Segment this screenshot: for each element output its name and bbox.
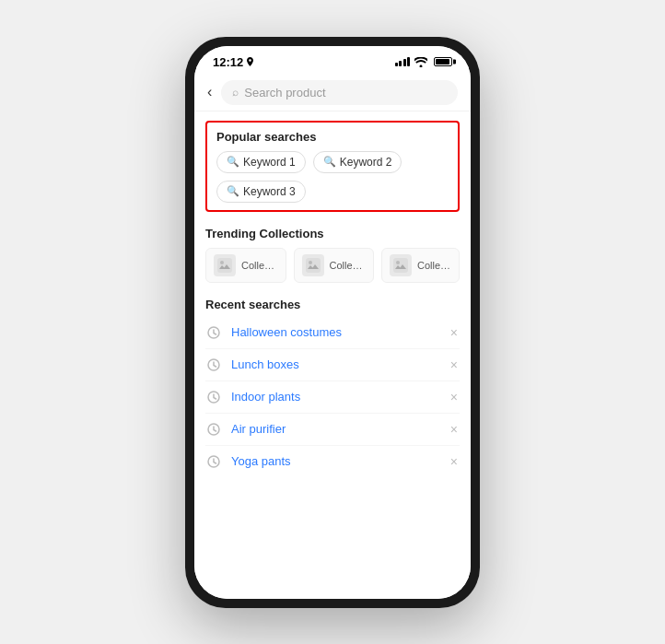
status-bar: 12:12 bbox=[194, 46, 471, 75]
collection-img-3 bbox=[390, 254, 412, 276]
trending-section: Trending Collections Collecti... bbox=[194, 219, 471, 290]
collection-img-1 bbox=[214, 254, 236, 276]
keyword-chip-3[interactable]: 🔍 Keyword 3 bbox=[216, 181, 306, 203]
chip-search-icon-3: 🔍 bbox=[227, 185, 239, 197]
keyword-chip-1[interactable]: 🔍 Keyword 1 bbox=[216, 151, 306, 173]
popular-searches-title: Popular searches bbox=[216, 130, 449, 144]
collection-item-3[interactable]: Collec... bbox=[381, 248, 460, 283]
collections-row: Collecti... Collecti... bbox=[205, 248, 460, 283]
collection-item-2[interactable]: Collecti... bbox=[294, 248, 375, 283]
collection-item-1[interactable]: Collecti... bbox=[205, 248, 286, 283]
history-icon-1 bbox=[205, 324, 222, 341]
chip-search-icon: 🔍 bbox=[227, 156, 239, 168]
recent-text-1: Halloween costumes bbox=[231, 325, 449, 339]
close-button-3[interactable]: × bbox=[449, 390, 460, 404]
keyword-chip-2[interactable]: 🔍 Keyword 2 bbox=[313, 151, 402, 173]
status-time: 12:12 bbox=[213, 55, 254, 69]
keyword-label-1: Keyword 1 bbox=[243, 156, 296, 169]
location-icon bbox=[246, 57, 254, 66]
close-button-4[interactable]: × bbox=[449, 422, 460, 437]
search-bar: ‹ ⌕ Search product bbox=[194, 75, 471, 111]
collection-name-3: Collec... bbox=[417, 260, 451, 271]
recent-item-1[interactable]: Halloween costumes × bbox=[205, 317, 460, 349]
status-icons bbox=[395, 57, 453, 67]
recent-text-4: Air purifier bbox=[231, 422, 449, 436]
collection-name-2: Collecti... bbox=[330, 260, 367, 271]
svg-rect-0 bbox=[217, 258, 232, 273]
recent-item-3[interactable]: Indoor plants × bbox=[205, 381, 460, 414]
svg-point-1 bbox=[220, 261, 224, 264]
signal-icon bbox=[395, 57, 411, 66]
collection-img-2 bbox=[302, 254, 324, 276]
phone-screen: 12:12 ‹ ⌕ Search p bbox=[194, 46, 471, 599]
svg-rect-4 bbox=[393, 258, 408, 273]
close-button-5[interactable]: × bbox=[449, 454, 460, 469]
phone-frame: 12:12 ‹ ⌕ Search p bbox=[185, 37, 480, 608]
wifi-icon bbox=[414, 57, 427, 67]
chip-search-icon-2: 🔍 bbox=[323, 156, 336, 168]
history-icon-4 bbox=[205, 421, 222, 438]
history-icon-5 bbox=[205, 453, 222, 470]
keyword-label-2: Keyword 2 bbox=[340, 156, 392, 169]
recent-item-2[interactable]: Lunch boxes × bbox=[205, 349, 460, 381]
recent-item-5[interactable]: Yoga pants × bbox=[205, 446, 460, 477]
trending-title: Trending Collections bbox=[205, 227, 460, 240]
search-input[interactable]: Search product bbox=[244, 86, 325, 100]
history-icon-2 bbox=[205, 357, 222, 373]
close-button-1[interactable]: × bbox=[449, 325, 460, 340]
search-icon: ⌕ bbox=[232, 86, 239, 99]
recent-item-4[interactable]: Air purifier × bbox=[205, 414, 460, 446]
popular-searches-section: Popular searches 🔍 Keyword 1 🔍 Keyword 2… bbox=[205, 121, 460, 212]
svg-point-5 bbox=[396, 261, 400, 264]
search-input-wrapper[interactable]: ⌕ Search product bbox=[221, 80, 458, 105]
recent-searches-title: Recent searches bbox=[205, 298, 460, 311]
close-button-2[interactable]: × bbox=[449, 357, 460, 372]
recent-text-2: Lunch boxes bbox=[231, 357, 449, 371]
recent-text-5: Yoga pants bbox=[231, 454, 449, 468]
keyword-chips: 🔍 Keyword 1 🔍 Keyword 2 🔍 Keyword 3 bbox=[216, 151, 449, 203]
recent-searches-section: Recent searches Halloween costumes × bbox=[194, 290, 471, 485]
collection-name-1: Collecti... bbox=[241, 260, 278, 271]
back-button[interactable]: ‹ bbox=[207, 84, 212, 100]
history-icon-3 bbox=[205, 389, 222, 405]
svg-point-3 bbox=[309, 261, 312, 264]
svg-rect-2 bbox=[306, 258, 321, 273]
battery-icon bbox=[434, 57, 452, 66]
recent-text-3: Indoor plants bbox=[231, 390, 449, 404]
content-area: Popular searches 🔍 Keyword 1 🔍 Keyword 2… bbox=[194, 111, 471, 599]
time-display: 12:12 bbox=[213, 55, 243, 69]
keyword-label-3: Keyword 3 bbox=[243, 185, 296, 198]
